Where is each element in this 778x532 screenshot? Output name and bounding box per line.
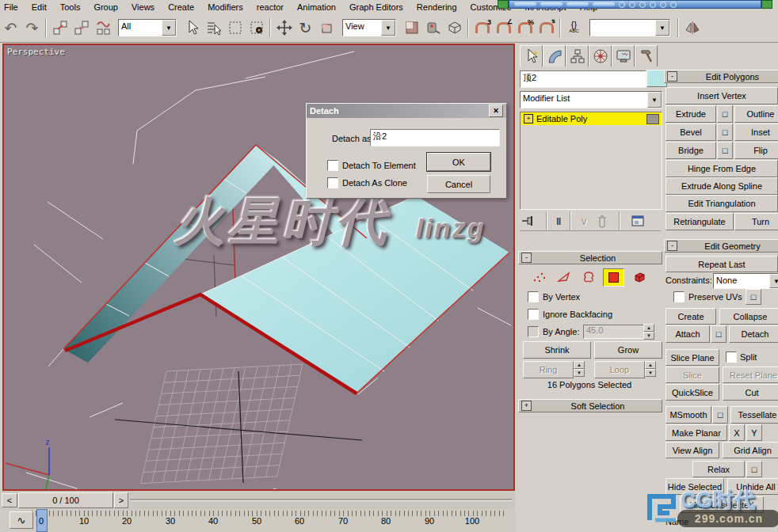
dropdown-arrow-icon[interactable]: ▼	[655, 20, 669, 36]
expand-icon[interactable]: +	[521, 401, 532, 411]
make-unique-icon[interactable]: ∨	[580, 215, 588, 227]
loop-spinner[interactable]: ▲ ▼	[645, 361, 656, 377]
pin-stack-icon[interactable]	[520, 213, 537, 229]
menu-reactor[interactable]: reactor	[257, 2, 284, 12]
vertex-mode-icon[interactable]	[529, 268, 549, 285]
constraints-dropdown[interactable]: None ▼	[713, 273, 778, 289]
slice-button[interactable]: Slice	[665, 367, 719, 383]
tab-hierarchy-icon[interactable]	[566, 45, 589, 66]
spinner-up-icon[interactable]: ▲	[645, 361, 656, 369]
extrude-settings-icon[interactable]: □	[717, 105, 733, 123]
angle-snap-icon[interactable]: ∠	[493, 17, 514, 39]
mirror-icon[interactable]	[681, 17, 703, 39]
retriangulate-button[interactable]: Retriangulate	[665, 213, 734, 230]
dropdown-arrow-icon[interactable]: ▼	[769, 274, 778, 288]
ring-button[interactable]: Ring	[523, 361, 574, 378]
slice-plane-button[interactable]: Slice Plane	[665, 349, 719, 366]
select-and-move-icon[interactable]	[273, 17, 295, 39]
make-planar-y-button[interactable]: Y	[746, 424, 762, 441]
edge-mode-icon[interactable]	[554, 268, 574, 285]
bind-to-space-warp-icon[interactable]	[92, 17, 113, 39]
ok-button[interactable]: OK	[427, 153, 490, 171]
repeat-last-button[interactable]: Repeat Last	[665, 256, 778, 272]
spinner-down-icon[interactable]: ▼	[645, 369, 656, 377]
spinner-up-icon[interactable]: ▲	[643, 324, 654, 332]
collapse-icon[interactable]: -	[667, 71, 677, 82]
percent-snap-icon[interactable]: %	[514, 17, 536, 39]
use-center-icon[interactable]	[401, 17, 422, 39]
dropdown-arrow-icon[interactable]: ▼	[381, 20, 395, 36]
rectangular-selection-region-icon[interactable]	[224, 17, 246, 39]
select-object-icon[interactable]	[181, 17, 203, 39]
next-frame-icon[interactable]: >	[114, 492, 128, 508]
spinner-up-icon[interactable]: ▲	[574, 361, 585, 369]
track-groove[interactable]	[130, 499, 512, 501]
expand-icon[interactable]: +	[524, 114, 533, 124]
snap-toggle-3d-icon[interactable]: 3	[471, 17, 493, 39]
menu-rendering[interactable]: Rendering	[417, 2, 457, 12]
preserve-uvs-checkbox[interactable]	[673, 291, 685, 302]
tab-motion-icon[interactable]	[589, 45, 612, 66]
inset-button[interactable]: Inset	[734, 124, 778, 141]
cancel-button[interactable]: Cancel	[427, 175, 490, 193]
select-by-name-icon[interactable]	[203, 17, 224, 39]
detach-as-clone-checkbox[interactable]	[327, 177, 338, 188]
dropdown-arrow-icon[interactable]: ▼	[162, 20, 176, 36]
by-angle-checkbox[interactable]	[528, 326, 539, 337]
tab-create-icon[interactable]	[520, 45, 543, 66]
stack-item-editable-poly[interactable]: + Editable Poly	[521, 112, 662, 125]
msmooth-settings-icon[interactable]: □	[712, 406, 728, 424]
menu-edit[interactable]: Edit	[32, 2, 47, 12]
preserve-uvs-settings-icon[interactable]: □	[746, 289, 761, 305]
window-crossing-toggle-icon[interactable]	[246, 17, 267, 39]
polygon-mode-icon-active[interactable]	[603, 268, 624, 287]
select-and-scale-icon[interactable]	[316, 17, 338, 39]
modifier-list-dropdown[interactable]: Modifier List ▼	[520, 91, 662, 108]
undo-icon[interactable]: ↶	[0, 17, 21, 39]
menu-modifiers[interactable]: Modifiers	[208, 2, 243, 12]
ring-spinner[interactable]: ▲ ▼	[574, 361, 585, 377]
relax-settings-icon[interactable]: □	[746, 461, 762, 477]
dialog-title-bar[interactable]: Detach ✕	[307, 104, 506, 118]
by-angle-input[interactable]: 45.0	[583, 325, 645, 339]
menu-group[interactable]: Group	[93, 2, 118, 12]
select-and-manipulate-icon[interactable]	[422, 17, 444, 39]
keyboard-override-icon[interactable]	[444, 17, 465, 39]
cut-button[interactable]: Cut	[723, 384, 778, 401]
reset-plane-button[interactable]: Reset Plane	[723, 367, 778, 383]
detach-to-element-checkbox[interactable]	[327, 160, 338, 171]
detach-button[interactable]: Detach	[729, 325, 778, 343]
close-icon[interactable]: ✕	[489, 104, 503, 117]
collapse-icon[interactable]: -	[521, 253, 532, 263]
show-end-result-icon[interactable]: ‖	[556, 215, 561, 227]
object-name-field[interactable]: 顶2	[520, 70, 646, 88]
redo-icon[interactable]: ↷	[21, 17, 43, 39]
menu-create[interactable]: Create	[168, 2, 194, 12]
create-button[interactable]: Create	[665, 308, 716, 325]
loop-button[interactable]: Loop	[594, 361, 645, 378]
selection-rollout-header[interactable]: - Selection	[518, 251, 662, 264]
by-vertex-checkbox[interactable]	[528, 291, 539, 302]
detach-as-input[interactable]: 沿2	[370, 129, 500, 146]
tessellate-button[interactable]: Tessellate	[730, 406, 778, 424]
mini-curve-editor-icon[interactable]: ∿	[10, 511, 33, 529]
spinner-snap-icon[interactable]: ⇅	[536, 17, 557, 39]
time-slider[interactable]: 0 / 100	[18, 492, 113, 508]
edit-named-selections-icon[interactable]: {}ABC	[563, 17, 585, 39]
previous-frame-icon[interactable]: <	[2, 493, 17, 507]
soft-selection-rollout-header[interactable]: + Soft Selection	[518, 399, 662, 412]
select-and-link-icon[interactable]	[49, 17, 71, 39]
bevel-button[interactable]: Bevel	[665, 124, 716, 141]
dropdown-arrow-icon[interactable]: ▼	[647, 92, 662, 108]
make-planar-button[interactable]: Make Planar	[665, 424, 727, 441]
attach-button[interactable]: Attach	[665, 325, 710, 343]
collapse-icon[interactable]: -	[667, 241, 677, 251]
spinner-down-icon[interactable]: ▼	[643, 332, 654, 340]
edit-triangulation-button[interactable]: Edit Triangulation	[665, 195, 778, 212]
grow-button[interactable]: Grow	[594, 341, 662, 359]
menu-tools[interactable]: Tools	[60, 2, 81, 12]
spinner-down-icon[interactable]: ▼	[574, 369, 585, 377]
configure-modifier-sets-icon[interactable]	[629, 213, 646, 229]
viewport-label[interactable]: Perspective	[7, 47, 65, 57]
menu-views[interactable]: Views	[132, 2, 154, 12]
